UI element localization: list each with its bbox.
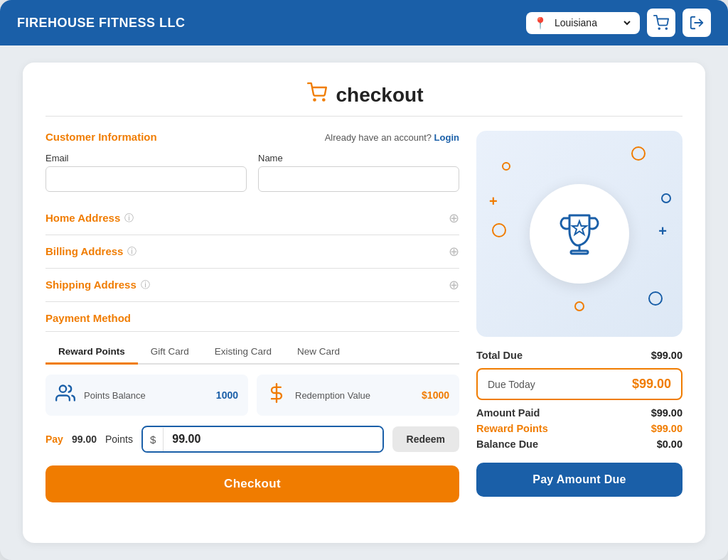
right-column: + + xyxy=(476,131,682,523)
svg-point-3 xyxy=(314,99,315,100)
order-totals: Total Due $99.00 Due Today $99.00 Amount… xyxy=(476,350,682,497)
svg-point-4 xyxy=(323,99,324,100)
two-col-layout: Customer Information Already have an acc… xyxy=(46,131,682,523)
billing-address-label: Billing Address xyxy=(46,245,123,257)
login-link[interactable]: Login xyxy=(434,132,459,143)
payment-method-label: Payment Method xyxy=(46,302,459,332)
billing-address-section: Billing Address ⓘ ⊕ xyxy=(46,235,459,269)
shipping-address-label: Shipping Address xyxy=(46,279,136,291)
shipping-address-info-icon[interactable]: ⓘ xyxy=(141,279,150,291)
svg-rect-8 xyxy=(571,251,588,254)
home-address-label-row: Home Address ⓘ xyxy=(46,212,134,225)
deco-circle-1 xyxy=(631,146,646,161)
page-title: checkout xyxy=(336,84,424,107)
due-today-value: $99.00 xyxy=(632,377,671,392)
svg-point-5 xyxy=(60,386,66,392)
billing-address-info-icon[interactable]: ⓘ xyxy=(127,245,136,258)
deco-circle-5 xyxy=(574,301,584,311)
redemption-value-card: Redemption Value $1000 xyxy=(257,375,459,416)
balance-due-label: Balance Due xyxy=(476,438,538,450)
name-label: Name xyxy=(258,153,459,163)
total-due-value: $99.00 xyxy=(651,350,682,361)
name-field[interactable] xyxy=(258,166,459,192)
home-address-label: Home Address xyxy=(46,212,120,224)
logout-icon xyxy=(689,15,705,31)
balance-due-value: $0.00 xyxy=(657,438,682,450)
redemption-icon xyxy=(267,383,287,407)
payment-tabs: Reward Points Gift Card Existing Card Ne… xyxy=(46,340,459,365)
points-row: Points Balance 1000 Redemption Value xyxy=(46,375,459,416)
checkout-button[interactable]: Checkout xyxy=(46,465,459,502)
home-address-section: Home Address ⓘ ⊕ xyxy=(46,202,459,235)
billing-address-label-row: Billing Address ⓘ xyxy=(46,245,136,259)
redemption-value: $1000 xyxy=(422,389,449,401)
total-due-row: Total Due $99.00 xyxy=(476,350,682,361)
redeem-button[interactable]: Redeem xyxy=(392,426,459,452)
home-address-add-icon[interactable]: ⊕ xyxy=(449,210,459,226)
cart-header-button[interactable] xyxy=(647,9,675,37)
points-label-pay: Points xyxy=(105,434,133,445)
reward-points-row: Reward Points $99.00 xyxy=(476,423,682,434)
checkout-card: checkout Customer Information Already ha… xyxy=(23,63,705,543)
main-content: checkout Customer Information Already ha… xyxy=(0,45,728,560)
due-today-label: Due Today xyxy=(488,379,535,390)
shipping-address-add-icon[interactable]: ⊕ xyxy=(449,277,459,293)
svg-point-0 xyxy=(658,28,660,29)
pay-row: Pay 99.00 Points $ Redeem xyxy=(46,426,459,453)
redemption-label: Redemption Value xyxy=(295,390,413,401)
cart-header-icon xyxy=(653,15,669,31)
location-selector[interactable]: 📍 Louisiana Texas Florida xyxy=(526,12,640,34)
deco-circle-3 xyxy=(661,193,671,203)
amount-paid-row: Amount Paid $99.00 xyxy=(476,407,682,419)
billing-address-add-icon[interactable]: ⊕ xyxy=(449,244,459,259)
reward-points-label: Reward Points xyxy=(476,423,548,434)
pay-label: Pay xyxy=(46,434,63,445)
email-label: Email xyxy=(46,153,247,163)
trophy-circle xyxy=(530,184,629,284)
checkout-cart-icon xyxy=(305,82,329,107)
email-field[interactable] xyxy=(46,166,247,192)
tab-existing-card[interactable]: Existing Card xyxy=(202,340,284,365)
form-row-email-name: Email Name xyxy=(46,153,459,192)
svg-point-1 xyxy=(665,28,667,29)
total-due-label: Total Due xyxy=(476,350,523,361)
deco-circle-6 xyxy=(648,291,663,306)
amount-paid-value: $99.00 xyxy=(651,407,682,419)
already-account-text: Already have an account? Login xyxy=(325,132,459,143)
tab-gift-card[interactable]: Gift Card xyxy=(138,340,202,365)
tab-new-card[interactable]: New Card xyxy=(284,340,353,365)
trophy-icon xyxy=(551,205,608,262)
email-group: Email xyxy=(46,153,247,192)
logout-button[interactable] xyxy=(682,9,711,37)
pay-amount-due-button[interactable]: Pay Amount Due xyxy=(476,463,682,497)
checkout-header: checkout xyxy=(46,82,682,107)
shipping-address-section: Shipping Address ⓘ ⊕ xyxy=(46,269,459,302)
deco-plus-1: + xyxy=(489,193,498,210)
app-title: FIREHOUSE FITNESS LLC xyxy=(17,16,186,31)
pay-amount: 99.00 xyxy=(72,434,97,445)
amount-paid-label: Amount Paid xyxy=(476,407,540,419)
home-address-info-icon[interactable]: ⓘ xyxy=(124,212,134,225)
points-balance-icon xyxy=(55,383,75,407)
location-pin-icon: 📍 xyxy=(533,16,547,30)
tab-reward-points[interactable]: Reward Points xyxy=(46,340,138,365)
deco-circle-4 xyxy=(492,223,506,237)
deco-plus-2: + xyxy=(658,223,667,239)
pay-input[interactable] xyxy=(164,427,382,451)
balance-due-row: Balance Due $0.00 xyxy=(476,438,682,450)
order-summary-visual: + + xyxy=(476,131,682,337)
header: FIREHOUSE FITNESS LLC 📍 Louisiana Texas … xyxy=(0,0,728,45)
due-today-box: Due Today $99.00 xyxy=(476,368,682,400)
shipping-address-label-row: Shipping Address ⓘ xyxy=(46,279,150,292)
header-right: 📍 Louisiana Texas Florida xyxy=(526,9,711,37)
customer-info-label: Customer Information xyxy=(46,131,157,143)
customer-info-header: Customer Information Already have an acc… xyxy=(46,131,459,144)
location-dropdown[interactable]: Louisiana Texas Florida xyxy=(552,16,633,29)
points-balance-value: 1000 xyxy=(216,389,238,401)
left-column: Customer Information Already have an acc… xyxy=(46,131,459,523)
points-balance-label: Points Balance xyxy=(84,390,208,401)
pay-input-wrap: $ xyxy=(141,426,384,453)
dollar-sign: $ xyxy=(143,428,164,451)
name-group: Name xyxy=(258,153,459,192)
points-balance-card: Points Balance 1000 xyxy=(46,375,248,416)
